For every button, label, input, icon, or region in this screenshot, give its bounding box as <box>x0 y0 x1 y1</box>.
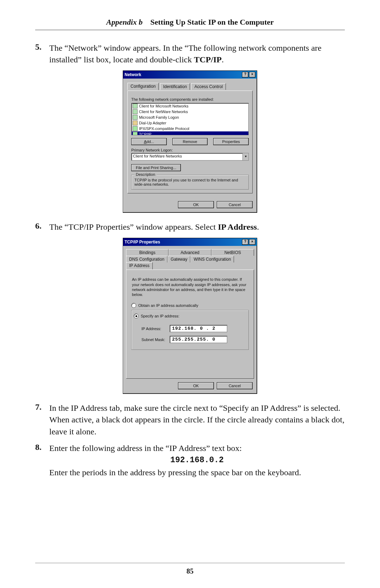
client-icon <box>133 109 138 114</box>
ip-code: 192.168.0.2 <box>49 455 345 466</box>
chevron-down-icon[interactable]: ▾ <box>242 153 248 160</box>
list-item[interactable]: Microsoft Family Logon <box>132 114 248 120</box>
tcpip-properties-dialog: TCP/IP Properties ? × Bindings Advanced … <box>123 238 257 394</box>
specify-group: Specify an IP address: IP Address: 192.1… <box>131 310 249 350</box>
page-header: Appendix b Setting Up Static IP on the C… <box>35 18 345 27</box>
step-number: 5. <box>35 42 49 66</box>
header-rule <box>35 30 345 30</box>
add-button[interactable]: Add... <box>131 138 167 145</box>
tab-ip-address[interactable]: IP Address <box>126 262 153 270</box>
tab-row-1: Bindings Advanced NetBIOS <box>126 249 254 255</box>
tab-page: The following network components are ins… <box>127 91 253 193</box>
file-print-sharing-button[interactable]: File and Print Sharing... <box>131 164 181 171</box>
list-item-selected[interactable]: TCP/IP <box>132 131 248 135</box>
subnet-mask-row: Subnet Mask: 255.255.255. 0 <box>141 336 246 343</box>
step-body: Enter the following address in the “IP A… <box>49 442 345 478</box>
step-5: 5. The “Network” window appears. In the … <box>35 42 345 66</box>
step-number: 8. <box>35 442 49 478</box>
description-text: TCP/IP is the protocol you use to connec… <box>134 178 246 186</box>
radio-icon <box>134 314 139 318</box>
step-8: 8. Enter the following address in the “I… <box>35 442 345 478</box>
network-dialog: Network ? × Configuration Identification… <box>123 70 257 213</box>
ip-address-row: IP Address: 192.168. 0 . 2 <box>141 325 246 332</box>
help-button[interactable]: ? <box>242 239 248 245</box>
tab-page: An IP address can be automatically assig… <box>126 270 254 379</box>
protocol-icon <box>133 132 138 135</box>
ok-button[interactable]: OK <box>178 201 214 208</box>
step-body: The “TCP/IP Properties” window appears. … <box>49 221 345 233</box>
list-item[interactable]: Dial-Up Adapter <box>132 120 248 126</box>
appendix-label: Appendix b <box>106 18 142 26</box>
header-title: Setting Up Static IP on the Computer <box>150 18 274 26</box>
titlebar[interactable]: Network ? × <box>123 71 257 79</box>
ok-button[interactable]: OK <box>178 382 214 389</box>
properties-button[interactable]: Properties <box>213 138 249 145</box>
step-6: 6. The “TCP/IP Properties” window appear… <box>35 221 345 233</box>
tab-configuration[interactable]: Configuration <box>127 83 159 90</box>
ip-address-input[interactable]: 192.168. 0 . 2 <box>170 325 227 332</box>
ip-address-label: IP Address: <box>141 327 170 331</box>
help-text: An IP address can be automatically assig… <box>132 277 248 297</box>
client-icon <box>133 104 138 109</box>
description-legend: Description <box>134 172 157 177</box>
window-title: Network <box>125 72 241 77</box>
tab-bar: Configuration Identification Access Cont… <box>127 83 253 91</box>
subnet-mask-input[interactable]: 255.255.255. 0 <box>170 336 227 343</box>
step-body: In the IP Address tab, make sure the cir… <box>49 402 345 437</box>
primary-logon-label: Primary Network Logon: <box>131 148 249 152</box>
footer-rule <box>35 563 345 563</box>
tab-netbios[interactable]: NetBIOS <box>211 249 254 256</box>
tab-dns[interactable]: DNS Configuration <box>126 256 167 262</box>
help-button[interactable]: ? <box>242 72 248 78</box>
step-number: 7. <box>35 402 49 437</box>
tab-access-control[interactable]: Access Control <box>191 83 226 90</box>
titlebar[interactable]: TCP/IP Properties ? × <box>123 238 257 246</box>
remove-button[interactable]: Remove <box>172 138 208 145</box>
dialog-footer: OK Cancel <box>123 379 257 394</box>
tab-gateway[interactable]: Gateway <box>167 256 190 262</box>
list-item[interactable]: Client for NetWare Networks <box>132 109 248 114</box>
list-item[interactable]: IPX/SPX-compatible Protocol <box>132 126 248 131</box>
list-item[interactable]: Client for Microsoft Networks <box>132 103 248 109</box>
tab-bindings[interactable]: Bindings <box>126 249 169 256</box>
tab-row-2: DNS Configuration Gateway WINS Configura… <box>126 255 254 270</box>
page-number: 85 <box>0 567 380 575</box>
tab-wins[interactable]: WINS Configuration <box>190 256 234 262</box>
radio-icon <box>131 303 136 308</box>
close-button[interactable]: × <box>249 239 255 245</box>
adapter-icon <box>133 120 138 125</box>
components-listbox[interactable]: Client for Microsoft Networks Client for… <box>131 103 249 135</box>
protocol-icon <box>133 126 138 131</box>
description-group: Description TCP/IP is the protocol you u… <box>131 175 249 190</box>
dialog-footer: OK Cancel <box>123 198 257 212</box>
step-number: 6. <box>35 221 49 233</box>
window-title: TCP/IP Properties <box>125 240 241 245</box>
radio-obtain-auto[interactable]: Obtain an IP address automatically <box>131 303 249 308</box>
radio-specify[interactable]: Specify an IP address: <box>134 314 182 318</box>
close-button[interactable]: × <box>249 72 255 78</box>
list-heading: The following network components are ins… <box>131 97 249 101</box>
client-icon <box>133 115 138 120</box>
tab-advanced[interactable]: Advanced <box>169 249 211 256</box>
cancel-button[interactable]: Cancel <box>217 382 253 389</box>
step-7: 7. In the IP Address tab, make sure the … <box>35 402 345 437</box>
primary-logon-combo[interactable]: Client for NetWare Networks ▾ <box>131 153 249 161</box>
subnet-mask-label: Subnet Mask: <box>141 338 170 342</box>
tab-identification[interactable]: Identification <box>160 83 190 90</box>
combo-value: Client for NetWare Networks <box>132 153 242 160</box>
cancel-button[interactable]: Cancel <box>217 201 253 208</box>
button-row: Add... Remove Properties <box>131 138 249 145</box>
step-body: The “Network” window appears. In the “Th… <box>49 42 345 66</box>
